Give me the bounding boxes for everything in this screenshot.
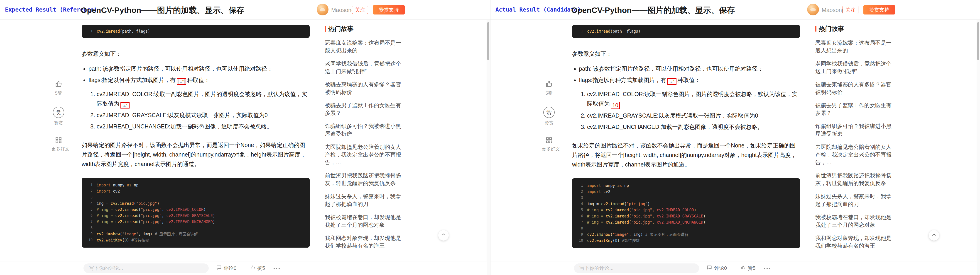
code-line: 3 [82, 194, 310, 201]
code-line: 1import numpy as np [82, 182, 310, 188]
article: 1cv2.imread(path, flags) 参数意义如下： path: 该… [572, 19, 800, 248]
page-title: OpenCV-Python——图片的加载、显示、保存 [81, 5, 244, 16]
code-line: 10cv2.waitKey(0) #等待按键 [572, 238, 800, 244]
thumbs-up-icon [51, 80, 66, 89]
code-line: 2import cv2 [82, 188, 310, 194]
story-item[interactable]: 妹妹过失杀人，警察来时，我拿起了那把滴血的刀 [815, 193, 897, 208]
story-item[interactable]: 我和网恋对象奔现，却发现他是我们学校赫赫有名的海王 [815, 234, 897, 250]
story-item[interactable]: 被骗去柬埔寨的人有多惨？器官被明码标价 [815, 81, 897, 96]
code-line: 9cv2.imshow("image", img) # 显示图片，后面会讲解 [82, 231, 310, 237]
candidate-panel: Actual Result (Candidate) OpenCV-Python—… [490, 0, 980, 275]
code-line: 7# img = cv2.imread("pic.jpg", cv2.IMREA… [572, 219, 800, 225]
story-item[interactable]: 恶毒庶女流嫁案：这布局不是一般人想出来的 [815, 39, 897, 54]
like-count-label: 5赞 [542, 90, 556, 96]
chevron-up-icon [441, 232, 446, 238]
code-line: 6# img = cv2.imread("pic.jpg", cv2.IMREA… [572, 213, 800, 219]
reward-label: 赞赏 [542, 120, 556, 126]
code-line: 8 [572, 225, 800, 231]
accent-bar [815, 26, 816, 32]
story-item[interactable]: 恶毒庶女流嫁案：这布局不是一般人想出来的 [325, 39, 406, 54]
diff-highlight-box: 10 [611, 102, 620, 109]
story-item[interactable]: 诈骗组织多可怕？我被绑进小黑屋遭受折磨 [815, 122, 897, 138]
avatar[interactable] [807, 4, 819, 16]
code-block-imread: 1cv2.imread(path, flags) [82, 25, 310, 38]
sidebar-title: 热门故事 [815, 24, 897, 33]
follow-button[interactable]: 关注 [352, 6, 368, 14]
action-rail: 5赞 赏 赞赏 更多好文 [542, 80, 556, 163]
story-item[interactable]: 我被校霸堵在巷口，却发现他是我处了三个月的网恋对象 [325, 213, 406, 229]
comment-bar: 评论0 赞5 [490, 261, 977, 275]
bullet-flags: flags:指定以何种方式加载图片，有种取值： cv2.IMREAD_COLOR… [89, 75, 310, 131]
panel-header: Actual Result (Candidate) OpenCV-Python—… [490, 0, 980, 20]
avatar[interactable] [317, 4, 328, 16]
broken-image-icon [122, 103, 128, 108]
more-options-button[interactable] [764, 261, 770, 275]
more-articles-button[interactable]: 更多好文 [542, 136, 556, 152]
chevron-up-icon [931, 232, 937, 238]
scrollbar-thumb[interactable] [977, 22, 979, 60]
more-options-button[interactable] [274, 261, 280, 275]
list-item-imread-unchanged: cv2.IMREAD_UNCHANGED:加载一副彩色图像，透明度不会被忽略。 [97, 122, 310, 131]
code-line: 4img = cv2.imread("pic.jpg") [572, 201, 800, 207]
thumbs-up-icon [740, 265, 746, 272]
comment-count-button[interactable]: 评论0 [706, 261, 727, 275]
code-line: 5# img = cv2.imread("pic.jpg", cv2.IMREA… [572, 207, 800, 213]
list-item-imread-color: cv2.IMREAD_COLOR:读取一副彩色图片，图片的透明度会被忽略，默认为… [587, 89, 800, 109]
result-label: Actual Result (Candidate) [495, 6, 581, 13]
comment-icon [706, 265, 712, 272]
sponsor-button[interactable]: 赞赏支持 [864, 5, 895, 14]
story-item[interactable]: 前世渣男把我践踏还把我挫骨扬灰，转世觉醒后的我复仇反杀 [325, 172, 406, 187]
like-count-button[interactable]: 赞5 [740, 261, 756, 275]
code-line: 9cv2.imshow("image", img) # 显示图片，后面会讲解 [572, 231, 800, 238]
like-count-button[interactable]: 赞5 [250, 261, 265, 275]
code-line: 2import cv2 [572, 189, 800, 195]
story-item[interactable]: 我和网恋对象奔现，却发现他是我们学校赫赫有名的海王 [325, 234, 406, 250]
code-line: 1cv2.imread(path, flags) [572, 28, 800, 35]
article: 1cv2.imread(path, flags) 参数意义如下： path: 该… [82, 19, 310, 248]
story-item[interactable]: 老同学找我借钱后，竟然把这个送上门来做“抵押” [325, 60, 406, 75]
qr-icon [542, 136, 556, 144]
story-item[interactable]: 前世渣男把我践踏还把我挫骨扬灰，转世觉醒后的我复仇反杀 [815, 172, 897, 187]
intro-text: 参数意义如下： [572, 50, 800, 57]
page-title: OpenCV-Python——图片的加载、显示、保存 [571, 5, 735, 16]
story-item[interactable]: 老同学找我借钱后，竟然把这个送上门来做“抵押” [815, 60, 897, 75]
bullet-path: path: 该参数指定图片的路径，可以使用相对路径，也可以使用绝对路径； [89, 64, 310, 73]
comment-input[interactable] [574, 264, 699, 273]
scrollbar-thumb[interactable] [487, 22, 489, 60]
sidebar-title: 热门故事 [325, 24, 406, 33]
paragraph: 如果给定的图片路径不对，该函数不会抛出异常，而是返回一个None，如果给定正确的… [572, 141, 800, 169]
follow-button[interactable]: 关注 [843, 6, 858, 14]
story-item[interactable]: 被骗去男子监狱工作的女医生有多累？ [815, 101, 897, 117]
reward-button[interactable]: 赏 赞赏 [51, 107, 66, 126]
param-list: path: 该参数指定图片的路径，可以使用相对路径，也可以使用绝对路径； fla… [572, 64, 800, 131]
like-button[interactable]: 5赞 [542, 80, 556, 96]
story-item[interactable]: 被骗去男子监狱工作的女医生有多累？ [325, 101, 406, 117]
story-item[interactable]: 被骗去柬埔寨的人有多惨？器官被明码标价 [325, 81, 406, 96]
action-rail: 5赞 赏 赞赏 更多好文 [51, 80, 66, 163]
back-to-top-button[interactable] [929, 230, 939, 240]
story-item[interactable]: 诈骗组织多可怕？我被绑进小黑屋遭受折磨 [325, 122, 406, 138]
story-item[interactable]: 我被校霸堵在巷口，却发现他是我处了三个月的网恋对象 [815, 213, 897, 229]
back-to-top-button[interactable] [438, 230, 449, 240]
comment-count-button[interactable]: 评论0 [216, 261, 236, 275]
list-item-imread-grayscale: cv2.IMREAD_GRAYSCALE:以灰度模式读取一张图片，实际取值为0 [97, 110, 310, 120]
sponsor-button[interactable]: 赞赏支持 [373, 5, 405, 14]
reward-button[interactable]: 赏 赞赏 [542, 107, 556, 126]
code-line: 5# img = cv2.imread("pic.jpg", cv2.IMREA… [82, 207, 310, 213]
reward-icon: 赏 [543, 107, 555, 118]
story-item[interactable]: 去医院却撞见老公陪着别的女人产检，我决定拿出老公的不育报告，… [815, 143, 897, 166]
reward-icon: 赏 [53, 107, 64, 118]
scrollbar[interactable] [487, 0, 490, 275]
more-articles-button[interactable]: 更多好文 [51, 136, 66, 152]
comment-input[interactable] [83, 264, 209, 273]
story-item[interactable]: 去医院却撞见老公陪着别的女人产检，我决定拿出老公的不育报告，… [325, 143, 406, 166]
scrollbar[interactable] [977, 0, 980, 275]
code-line: 8 [82, 225, 310, 231]
reward-label: 赞赏 [51, 120, 66, 126]
like-button[interactable]: 5赞 [51, 80, 66, 96]
diff-highlight-box [667, 78, 676, 85]
story-item[interactable]: 妹妹过失杀人，警察来时，我拿起了那把滴血的刀 [325, 193, 406, 208]
thumbs-up-icon [250, 265, 255, 272]
diff-highlight-box [177, 78, 186, 85]
param-list: path: 该参数指定图片的路径，可以使用相对路径，也可以使用绝对路径； fla… [82, 64, 310, 131]
